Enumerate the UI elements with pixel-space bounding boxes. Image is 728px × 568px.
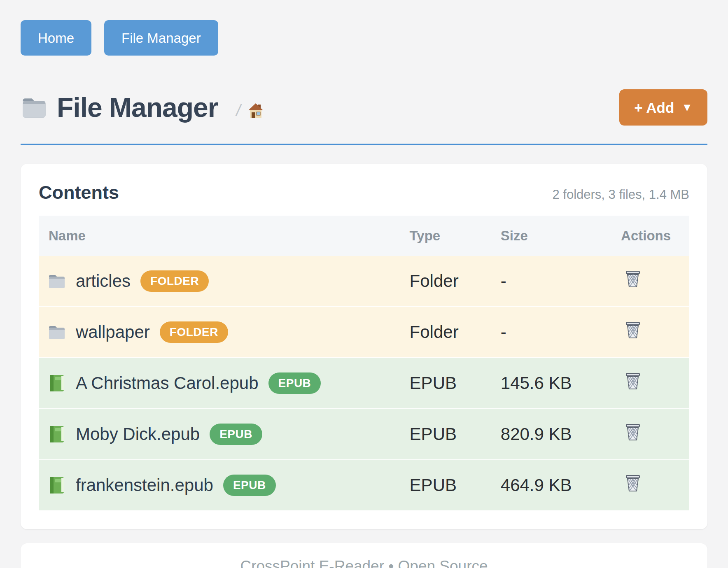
add-button-label: + Add [634,100,674,115]
top-nav: Home File Manager [21,20,707,56]
table-row[interactable]: frankenstein.epub EPUB EPUB 464.9 KB [39,460,689,510]
title-wrap: File Manager / [21,92,264,123]
wastebasket-icon [625,475,641,492]
title-divider [21,144,707,145]
file-manager-button[interactable]: File Manager [104,20,218,56]
folder-icon [48,272,66,290]
breadcrumb-separator: / [236,101,240,120]
type-badge: EPUB [210,424,262,445]
type-badge: FOLDER [140,270,209,292]
item-name[interactable]: A Christmas Carol.epub [76,373,259,393]
delete-button[interactable] [621,372,641,390]
table-header-row: Name Type Size Actions [39,216,689,256]
contents-card: Contents 2 folders, 3 files, 1.4 MB Name… [21,164,707,529]
delete-button[interactable] [621,475,641,492]
table-row[interactable]: A Christmas Carol.epub EPUB EPUB 145.6 K… [39,358,689,409]
column-header-size: Size [501,216,621,256]
house-icon[interactable] [247,102,264,119]
file-manager-page: Home File Manager File Manager / + Add ▼… [0,0,728,568]
item-type: EPUB [410,409,501,460]
page-header: File Manager / + Add ▼ [21,89,707,126]
item-type: EPUB [410,460,501,510]
item-size: - [501,307,621,358]
column-header-type: Type [410,216,501,256]
caret-down-icon: ▼ [681,102,693,113]
item-size: 820.9 KB [501,409,621,460]
green-book-icon [48,476,66,494]
delete-button[interactable] [621,270,641,288]
wastebasket-icon [625,270,641,288]
folder-icon [21,95,48,119]
footer-text: CrossPoint E-Reader • Open Source [240,558,488,568]
wastebasket-icon [625,424,641,441]
item-name[interactable]: wallpaper [76,322,150,342]
table-row[interactable]: wallpaper FOLDER Folder - [39,307,689,358]
item-size: 464.9 KB [501,460,621,510]
files-table: Name Type Size Actions articles FOLDER F… [39,216,689,510]
wastebasket-icon [625,372,641,390]
delete-button[interactable] [621,321,641,339]
item-size: - [501,256,621,307]
footer: CrossPoint E-Reader • Open Source [21,543,707,568]
item-name[interactable]: frankenstein.epub [76,475,213,495]
type-badge: FOLDER [160,321,228,343]
delete-button[interactable] [621,424,641,441]
item-type: EPUB [410,358,501,409]
breadcrumb: / [236,101,264,120]
contents-title: Contents [39,182,119,203]
item-size: 145.6 KB [501,358,621,409]
item-name[interactable]: Moby Dick.epub [76,424,200,444]
item-name[interactable]: articles [76,271,131,291]
column-header-actions: Actions [621,216,689,256]
item-type: Folder [410,307,501,358]
page-title: File Manager [57,92,218,123]
table-row[interactable]: Moby Dick.epub EPUB EPUB 820.9 KB [39,409,689,460]
column-header-name: Name [39,216,410,256]
contents-summary: 2 folders, 3 files, 1.4 MB [552,187,689,202]
item-type: Folder [410,256,501,307]
add-button[interactable]: + Add ▼ [619,89,707,126]
type-badge: EPUB [223,475,276,496]
contents-card-header: Contents 2 folders, 3 files, 1.4 MB [39,182,689,203]
folder-icon [48,323,66,341]
green-book-icon [48,374,66,392]
type-badge: EPUB [268,372,321,394]
wastebasket-icon [625,321,641,339]
table-row[interactable]: articles FOLDER Folder - [39,256,689,307]
green-book-icon [48,425,66,443]
home-button[interactable]: Home [21,20,91,56]
